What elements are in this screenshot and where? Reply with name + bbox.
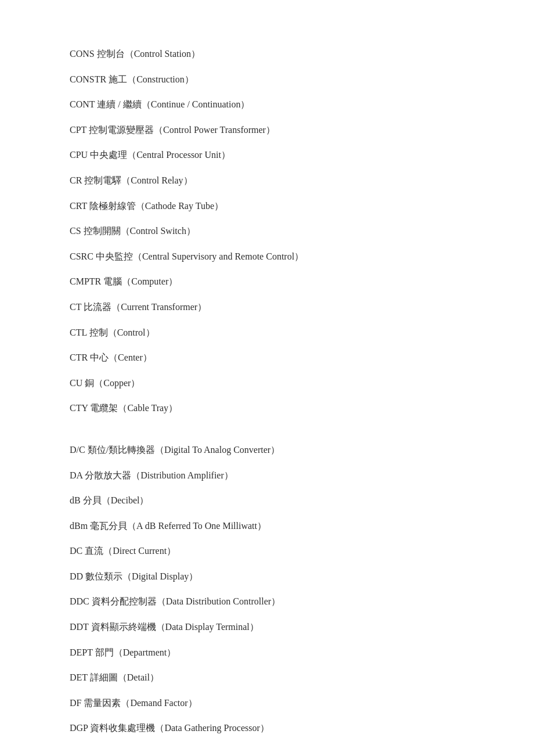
glossary-entry-dbm: dBm 毫瓦分貝（A dB Referred To One Milliwatt） [70, 519, 464, 534]
entry-text: CSRC 中央監控（Central Supervisory and Remote… [70, 251, 304, 261]
glossary-entry-constr: CONSTR 施工（Construction） [70, 72, 464, 87]
entry-text: CMPTR 電腦（Computer） [70, 276, 178, 286]
glossary-entry-crt: CRT 陰極射線管（Cathode Ray Tube） [70, 199, 464, 214]
glossary-entry-cu: CU 銅（Copper） [70, 376, 464, 391]
glossary-entry-da: DA 分散放大器（Distribution Amplifier） [70, 468, 464, 483]
glossary-entry-cons: CONS 控制台（Control Station） [70, 46, 464, 62]
glossary-entry-cr: CR 控制電驛（Control Relay） [70, 173, 464, 188]
glossary-entry-ddt: DDT 資料顯示終端機（Data Display Terminal） [70, 620, 464, 635]
entry-text: CPT 控制電源變壓器（Control Power Transformer） [70, 125, 275, 135]
entry-text: CU 銅（Copper） [70, 378, 140, 388]
glossary-entry-ct: CT 比流器（Current Transformer） [70, 300, 464, 315]
entry-text: D/C 類位/類比轉換器（Digital To Analog Converter… [70, 445, 280, 455]
entry-text: CONT 連續 / 繼續（Continue / Continuation） [70, 99, 250, 109]
entry-text: dBm 毫瓦分貝（A dB Referred To One Milliwatt） [70, 521, 266, 531]
entry-text: DD 數位類示（Digital Display） [70, 571, 198, 581]
glossary-entry-dept: DEPT 部門（Department） [70, 645, 464, 660]
glossary-entry-dgp: DGP 資料收集處理機（Data Gathering Processor） [70, 721, 464, 736]
entry-text: DDT 資料顯示終端機（Data Display Terminal） [70, 622, 259, 632]
main-content: CONS 控制台（Control Station）CONSTR 施工（Const… [0, 0, 534, 756]
glossary-entry-cty: CTY 電纜架（Cable Tray） [70, 401, 464, 416]
entry-text: DET 詳細圖（Detail） [70, 672, 159, 682]
entry-text: CTL 控制（Control） [70, 327, 155, 337]
entry-text: CTY 電纜架（Cable Tray） [70, 403, 178, 413]
glossary-entry-db: dB 分貝（Decibel） [70, 493, 464, 508]
entry-text: DEPT 部門（Department） [70, 647, 176, 657]
entry-text: CS 控制開關（Control Switch） [70, 226, 196, 236]
section-spacer [70, 426, 464, 442]
glossary-entry-cont: CONT 連續 / 繼續（Continue / Continuation） [70, 97, 464, 112]
entry-text: CRT 陰極射線管（Cathode Ray Tube） [70, 201, 223, 211]
glossary-entry-cpu: CPU 中央處理（Central Processor Unit） [70, 147, 464, 163]
glossary-entry-cmptr: CMPTR 電腦（Computer） [70, 274, 464, 289]
glossary-entry-df: DF 需量因素（Demand Factor） [70, 696, 464, 711]
entry-text: CT 比流器（Current Transformer） [70, 302, 207, 312]
glossary-entry-dcdc: DC 直流（Direct Current） [70, 543, 464, 559]
entry-text: dB 分貝（Decibel） [70, 495, 149, 505]
entry-text: DDC 資料分配控制器（Data Distribution Controller… [70, 596, 280, 606]
glossary-entry-ctr: CTR 中心（Center） [70, 350, 464, 365]
entry-text: DC 直流（Direct Current） [70, 546, 176, 556]
entry-text: DGP 資料收集處理機（Data Gathering Processor） [70, 723, 269, 733]
entry-text: DF 需量因素（Demand Factor） [70, 698, 197, 708]
glossary-entry-csrc: CSRC 中央監控（Central Supervisory and Remote… [70, 249, 464, 264]
glossary-entry-ddc: DDC 資料分配控制器（Data Distribution Controller… [70, 594, 464, 609]
entry-text: CPU 中央處理（Central Processor Unit） [70, 150, 230, 160]
glossary-entry-cpt: CPT 控制電源變壓器（Control Power Transformer） [70, 123, 464, 138]
entry-text: DA 分散放大器（Distribution Amplifier） [70, 470, 233, 480]
entry-text: CR 控制電驛（Control Relay） [70, 175, 193, 185]
glossary-entry-dd: DD 數位類示（Digital Display） [70, 569, 464, 584]
glossary-entry-det: DET 詳細圖（Detail） [70, 670, 464, 685]
glossary-entry-cs: CS 控制開關（Control Switch） [70, 224, 464, 239]
entry-text: CONS 控制台（Control Station） [70, 49, 200, 59]
entry-text: CONSTR 施工（Construction） [70, 74, 194, 84]
glossary-entry-dc: D/C 類位/類比轉換器（Digital To Analog Converter… [70, 442, 464, 458]
glossary-entry-ctl: CTL 控制（Control） [70, 325, 464, 340]
entry-text: CTR 中心（Center） [70, 352, 152, 362]
